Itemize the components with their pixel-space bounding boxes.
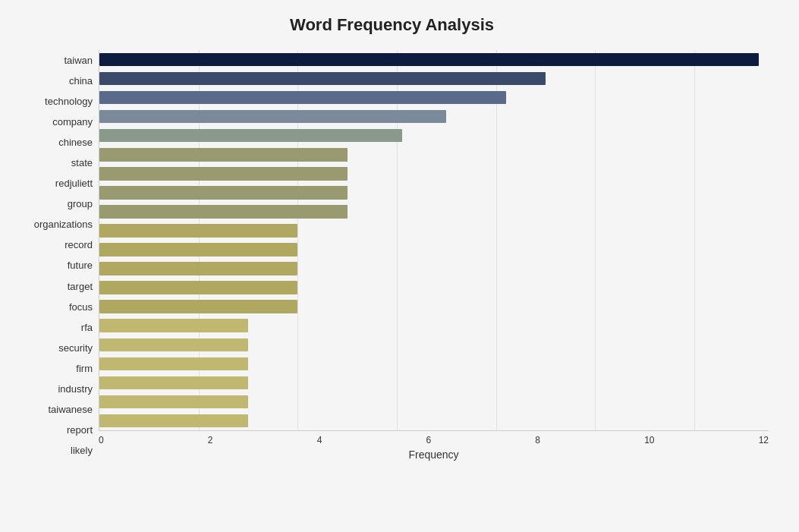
bar-focus — [99, 281, 297, 294]
bar-report — [99, 395, 248, 409]
y-label-taiwanese: taiwanese — [48, 405, 93, 414]
x-tick-10: 10 — [644, 435, 654, 445]
bar-rfa — [99, 300, 297, 313]
y-label-rfa: rfa — [81, 323, 93, 332]
y-label-report: report — [67, 425, 93, 435]
y-axis: taiwanchinatechnologycompanychinesestate… — [15, 50, 99, 461]
y-label-technology: technology — [45, 96, 93, 106]
grid-line — [297, 50, 298, 430]
grid-line — [496, 50, 497, 430]
grid-line — [199, 50, 200, 430]
bars-area — [99, 50, 769, 431]
bar-row-state — [99, 148, 769, 162]
bar-technology — [99, 91, 506, 105]
grid-line — [595, 50, 596, 430]
bar-security — [99, 319, 248, 332]
bar-row-focus — [99, 281, 769, 294]
x-tick-4: 4 — [317, 435, 322, 445]
x-tick-12: 12 — [759, 435, 769, 445]
bar-target — [99, 262, 297, 275]
bar-row-security — [99, 319, 769, 332]
bar-likely — [99, 414, 248, 428]
grid-line — [397, 50, 398, 430]
y-label-industry: industry — [58, 384, 93, 394]
y-label-future: future — [68, 260, 93, 270]
bar-future — [99, 243, 297, 257]
x-tick-8: 8 — [535, 435, 540, 445]
bar-row-record — [99, 224, 769, 238]
bar-row-target — [99, 262, 769, 275]
y-label-chinese: chinese — [58, 137, 93, 147]
x-tick-2: 2 — [208, 435, 213, 445]
bars-and-x: 024681012 Frequency — [99, 50, 769, 461]
bar-organizations — [99, 205, 348, 219]
bar-record — [99, 224, 297, 238]
bar-row-rfa — [99, 300, 769, 313]
bar-group — [99, 186, 348, 200]
bar-taiwan — [99, 53, 759, 67]
bar-row-firm — [99, 338, 769, 352]
bar-row-redjuliett — [99, 167, 769, 181]
y-label-target: target — [68, 282, 93, 291]
bar-chinese — [99, 129, 402, 143]
bar-row-future — [99, 243, 769, 257]
bar-firm — [99, 338, 248, 352]
y-label-redjuliett: redjuliett — [55, 178, 93, 188]
y-label-record: record — [64, 240, 93, 250]
bar-row-industry — [99, 357, 769, 371]
bar-state — [99, 148, 348, 162]
x-axis-title: Frequency — [99, 449, 769, 461]
y-label-organizations: organizations — [34, 219, 93, 229]
bar-row-technology — [99, 91, 769, 105]
y-label-state: state — [71, 158, 93, 168]
y-label-focus: focus — [69, 302, 93, 312]
bar-row-company — [99, 110, 769, 124]
bar-industry — [99, 357, 248, 371]
y-label-china: china — [69, 76, 93, 86]
grid-line — [694, 50, 695, 430]
bar-row-china — [99, 72, 769, 86]
bar-redjuliett — [99, 167, 348, 181]
x-tick-0: 0 — [99, 435, 104, 445]
bar-row-group — [99, 186, 769, 200]
bar-row-report — [99, 395, 769, 409]
chart-container: Word Frequency Analysis taiwanchinatechn… — [0, 0, 799, 532]
bar-company — [99, 110, 446, 124]
y-label-firm: firm — [76, 364, 93, 373]
x-axis: 024681012 — [99, 431, 769, 445]
bar-row-chinese — [99, 129, 769, 143]
chart-area: taiwanchinatechnologycompanychinesestate… — [15, 50, 769, 461]
bar-row-likely — [99, 414, 769, 428]
chart-title: Word Frequency Analysis — [15, 15, 769, 35]
y-label-taiwan: taiwan — [64, 55, 93, 65]
bar-row-taiwan — [99, 53, 769, 67]
y-label-company: company — [52, 117, 93, 127]
y-label-likely: likely — [71, 445, 93, 455]
bar-row-taiwanese — [99, 376, 769, 390]
bar-china — [99, 72, 546, 86]
y-label-security: security — [58, 343, 93, 353]
x-tick-6: 6 — [426, 435, 431, 445]
y-label-group: group — [68, 199, 93, 209]
bar-row-organizations — [99, 205, 769, 219]
bar-taiwanese — [99, 376, 248, 390]
